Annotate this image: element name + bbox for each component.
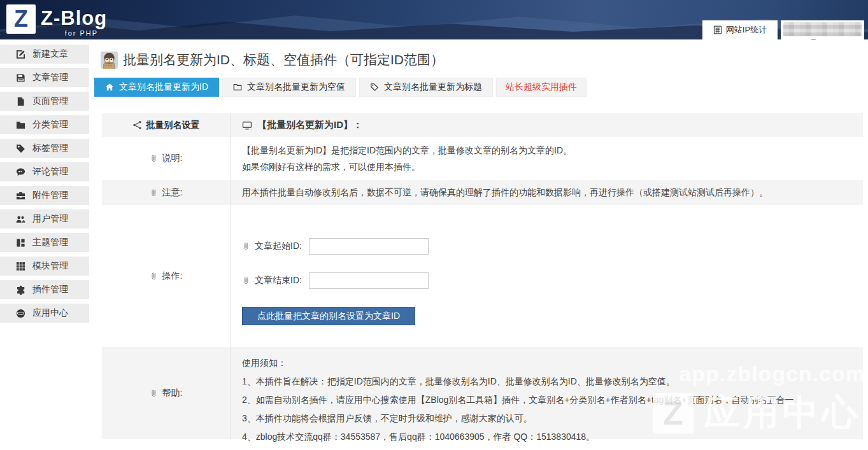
article-end-id-input[interactable]: [309, 272, 429, 289]
help-line: 1、本插件旨在解决：把指定ID范围内的文章，批量修改别名为ID、批量修改别名为I…: [242, 372, 863, 391]
tab-update-alias-to-empty[interactable]: 文章别名批量更新为空值: [222, 78, 356, 97]
tab-label: 站长超级实用插件: [506, 81, 577, 93]
sidebar-item-label: 插件管理: [32, 284, 68, 295]
plugin-settings-panel: 批量别名设置 【批量别名更新为ID】： 说明: 【批量别名更新为ID】是把指定I…: [102, 113, 863, 439]
sidebar-item-label: 应用中心: [32, 307, 68, 319]
sidebar-item-label: 标签管理: [32, 143, 68, 154]
header-bar: Z Z-Blog for PHP 网站IP统计 _: [0, 0, 868, 39]
paperclip-icon: [242, 276, 250, 285]
calculator-grid-icon: [713, 25, 722, 34]
zblog-admin-page: Z Z-Blog for PHP 网站IP统计 _ 新建文章: [0, 0, 868, 450]
attachment-manage-icon: [16, 191, 25, 200]
sidebar-item-new-post[interactable]: 新建文章: [0, 45, 89, 64]
theme-manage-icon: [16, 238, 25, 248]
user-account-button[interactable]: _: [781, 20, 864, 39]
sidebar-item-module-manage[interactable]: 模块管理: [0, 257, 89, 276]
help-line: 4、zblog技术交流qq群：34553587，售后qq群：1040663905…: [242, 428, 863, 446]
comment-manage-icon: [16, 167, 25, 177]
paperclip-icon: [150, 154, 158, 163]
start-id-label: 文章起始ID:: [255, 241, 302, 252]
paperclip-icon: [150, 272, 158, 281]
description-label: 说明:: [162, 153, 183, 164]
description-row: 说明: 【批量别名更新为ID】是把指定ID范围内的文章，批量修改文章的别名为文章…: [102, 137, 863, 180]
description-line: 如果你刚好有这样的需求，可以使用本插件。: [242, 158, 863, 175]
help-line: 3、本插件功能将会根据用户反馈，不定时升级和维护，感谢大家的认可。: [242, 409, 863, 428]
action-label: 操作:: [162, 271, 183, 282]
sidebar-item-label: 主题管理: [32, 237, 68, 248]
description-line: 【批量别名更新为ID】是把指定ID范围内的文章，批量修改文章的别名为文章的ID。: [242, 142, 863, 158]
zblog-logo[interactable]: Z Z-Blog for PHP: [6, 4, 107, 37]
sidebar-item-comment-manage[interactable]: 评论管理: [0, 162, 89, 181]
notice-text: 用本插件批量自动修改别名后，数据不可逆，请确保真的理解了插件的功能和数据影响，再…: [242, 187, 768, 199]
sidebar-item-label: 分类管理: [32, 119, 68, 130]
sidebar-item-app-center[interactable]: 应用中心: [0, 304, 89, 323]
tab-label: 文章别名批量更新为标题: [384, 81, 482, 93]
end-id-label: 文章结束ID:: [255, 275, 302, 286]
plugin-tabs: 文章别名批量更新为ID 文章别名批量更新为空值 文章别名批量更新为标题 站长超级…: [94, 78, 587, 97]
action-row: 操作: 文章起始ID: 文章结束ID: 点此批量把文章的别名设置为文章ID: [102, 205, 863, 347]
share-icon: [132, 120, 142, 130]
sidebar-item-attachment-manage[interactable]: 附件管理: [0, 186, 89, 205]
zblog-logo-text: Z-Blog: [41, 8, 107, 28]
settings-section-value: 【批量别名更新为ID】：: [257, 119, 362, 131]
tab-label: 文章别名批量更新为ID: [119, 81, 208, 93]
sidebar-item-page-manage[interactable]: 页面管理: [0, 92, 89, 111]
sidebar-item-label: 评论管理: [32, 166, 68, 178]
sidebar-item-category-manage[interactable]: 分类管理: [0, 115, 89, 134]
sidebar-item-label: 用户管理: [32, 213, 68, 225]
tab-webmaster-super-plugins[interactable]: 站长超级实用插件: [496, 78, 587, 97]
folder-icon: [233, 83, 242, 92]
notice-row: 注意: 用本插件批量自动修改别名后，数据不可逆，请确保真的理解了插件的功能和数据…: [102, 180, 863, 205]
help-line: 使用须知：: [242, 354, 863, 372]
help-row: 帮助: 使用须知： 1、本插件旨在解决：把指定ID范围内的文章，批量修改别名为I…: [102, 347, 863, 439]
tag-icon: [370, 83, 379, 92]
user-name-underscore: _: [811, 31, 816, 39]
sidebar-item-article-manage[interactable]: 文章管理: [0, 68, 89, 87]
sidebar-item-theme-manage[interactable]: 主题管理: [0, 233, 89, 252]
sidebar-item-plugin-manage[interactable]: 插件管理: [0, 280, 89, 299]
notice-label: 注意:: [162, 187, 183, 199]
paperclip-icon: [150, 188, 158, 197]
sidebar-item-label: 附件管理: [32, 190, 68, 201]
sidebar-item-label: 页面管理: [32, 95, 68, 107]
sidebar-item-user-manage[interactable]: 用户管理: [0, 209, 89, 229]
sidebar-item-label: 新建文章: [32, 48, 68, 60]
tab-update-alias-to-title[interactable]: 文章别名批量更新为标题: [359, 78, 493, 97]
help-line: 2、如需自动别名插件，请应用中心搜索使用【ZBlog别名工具箱】插件，文章别名+…: [242, 391, 863, 409]
settings-header-row: 批量别名设置 【批量别名更新为ID】：: [102, 113, 863, 137]
plugin-manage-icon: [16, 285, 25, 295]
site-ip-stats-label: 网站IP统计: [726, 24, 767, 36]
sidebar-nav: 新建文章 文章管理 页面管理 分类管理 标签管理 评论管理 附件管理 用户管理: [0, 45, 89, 327]
page-manage-icon: [16, 97, 25, 106]
settings-section-title: 批量别名设置: [146, 120, 200, 131]
plugin-falcon-avatar: [101, 52, 118, 69]
article-manage-icon: [16, 73, 25, 83]
sidebar-item-tag-manage[interactable]: 标签管理: [0, 139, 89, 158]
home-icon: [105, 83, 114, 92]
article-start-id-input[interactable]: [309, 238, 429, 255]
user-manage-icon: [16, 214, 25, 224]
app-center-icon: [16, 309, 25, 318]
page-title: 批量别名更新为ID、标题、空值插件（可指定ID范围）: [123, 51, 444, 69]
tag-manage-icon: [16, 144, 25, 153]
new-post-icon: [16, 50, 25, 59]
paperclip-icon: [150, 389, 158, 398]
sidebar-item-label: 文章管理: [32, 72, 68, 83]
batch-set-alias-button[interactable]: 点此批量把文章的别名设置为文章ID: [242, 307, 415, 325]
monitor-icon: [242, 120, 252, 130]
zblog-logo-mark: Z: [6, 4, 36, 34]
site-ip-stats-button[interactable]: 网站IP统计: [702, 20, 778, 39]
category-manage-icon: [16, 120, 25, 130]
help-label: 帮助:: [162, 388, 183, 399]
module-manage-icon: [16, 262, 25, 271]
paperclip-icon: [242, 242, 250, 251]
tab-label: 文章别名批量更新为空值: [247, 81, 345, 93]
tab-update-alias-to-id[interactable]: 文章别名批量更新为ID: [94, 78, 219, 97]
zblog-logo-subtext: for PHP: [41, 29, 107, 37]
sidebar-item-label: 模块管理: [32, 260, 68, 272]
user-name-blurred: [783, 22, 862, 36]
